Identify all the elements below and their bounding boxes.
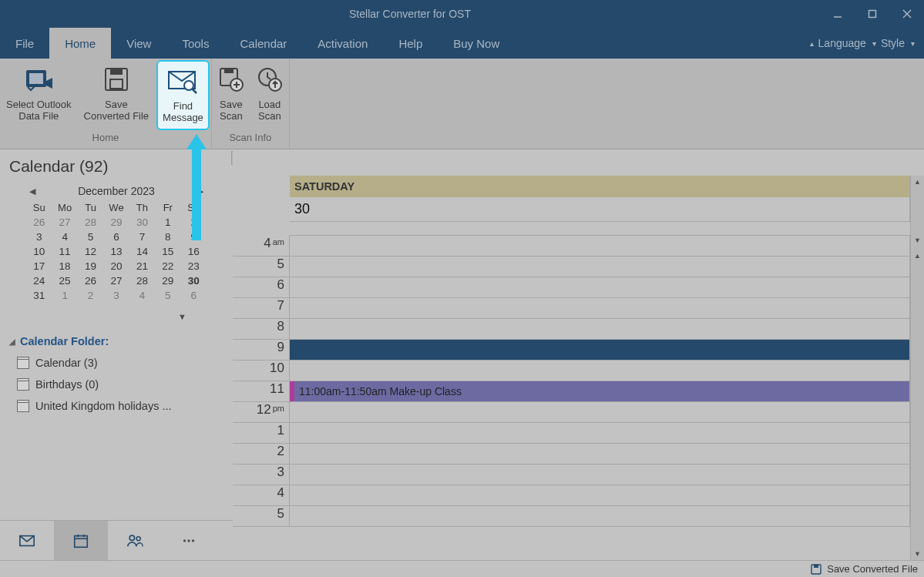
close-button[interactable] [889,0,924,28]
svg-rect-1 [869,11,875,18]
folder-uk-holidays[interactable]: United Kingdom holidays ... [9,395,223,417]
maximize-button[interactable] [855,0,889,28]
find-message-button[interactable]: Find Message [156,60,210,130]
mini-cal-day[interactable]: 25 [52,273,77,288]
menu-file[interactable]: File [0,28,49,59]
mini-cal-day[interactable]: 20 [103,259,129,273]
menu-view[interactable]: View [111,28,166,59]
mini-cal-day[interactable]: 31 [26,288,52,303]
time-slot[interactable] [290,402,910,422]
mini-cal-day[interactable]: 8 [155,230,180,244]
save-scan-button[interactable]: Save Scan [212,59,250,132]
mail-tab[interactable] [0,521,54,560]
menu-buy-now[interactable]: Buy Now [438,28,515,59]
scroll-handle-up-icon[interactable]: ▼ [911,234,924,247]
hour-label: 3 [233,465,290,485]
menu-help[interactable]: Help [383,28,438,59]
mini-cal-day[interactable]: 27 [52,215,77,230]
mini-cal-day[interactable]: 21 [129,259,155,273]
load-scan-button[interactable]: Load Scan [250,59,289,132]
folder-header[interactable]: ◢ Calendar Folder: [9,330,223,352]
more-tab[interactable] [162,521,216,560]
mini-cal-day[interactable]: 19 [78,259,103,273]
mini-cal-day[interactable]: 28 [78,215,103,230]
mini-cal-day[interactable]: 6 [103,230,129,244]
time-slot[interactable] [290,298,910,318]
calendar-tab[interactable] [54,521,108,560]
mini-cal-day[interactable]: 7 [129,230,155,244]
mini-cal-day[interactable]: 9 [181,230,207,244]
language-caret-icon: ▴ [810,39,814,48]
menu-calendar[interactable]: Calendar [224,28,302,59]
mini-cal-day[interactable]: 29 [103,215,129,230]
ribbon-group-home: Select Outlook Data File Save Converted … [0,59,212,149]
mini-cal-day[interactable]: 13 [103,244,129,259]
menu-tools[interactable]: Tools [166,28,224,59]
mini-cal-day[interactable]: 12 [78,244,103,259]
mini-cal-day[interactable]: 5 [155,288,180,303]
mini-cal-day[interactable]: 24 [26,273,52,288]
time-slot[interactable] [290,319,910,339]
status-save-button[interactable]: Save Converted File [827,563,918,575]
all-day-row[interactable] [290,222,910,236]
menu-activation[interactable]: Activation [302,28,383,59]
mini-cal-day[interactable]: 14 [129,244,155,259]
time-slot[interactable] [290,485,910,505]
style-selector[interactable]: Style [881,37,905,49]
time-slot[interactable] [290,340,910,360]
mini-cal-day[interactable]: 11 [52,244,77,259]
mini-cal-day[interactable]: 1 [52,288,77,303]
menu-home[interactable]: Home [49,28,111,59]
next-month-button[interactable]: ▶ [194,186,207,196]
style-caret2-icon: ▾ [911,39,915,48]
mini-cal-day[interactable]: 26 [26,215,52,230]
mini-cal-day[interactable]: 23 [181,259,207,273]
mini-cal-day[interactable]: 10 [26,244,52,259]
find-message-icon [166,67,200,95]
ribbon-group-scan-info: Save Scan Load Scan Scan Info [212,59,290,149]
mini-cal-day[interactable]: 1 [155,215,180,230]
mini-cal-day[interactable]: 30 [129,215,155,230]
mini-cal-day[interactable]: 27 [103,273,129,288]
time-slot[interactable]: 11:00am-11:50am Make-up Class [290,381,910,401]
mini-cal-day[interactable]: 29 [155,273,180,288]
prev-month-button[interactable]: ◀ [26,186,39,196]
sidebar-dropdown-button[interactable]: ▼ [178,312,186,321]
folder-calendar[interactable]: Calendar (3) [9,352,223,374]
time-slot[interactable] [290,506,910,526]
mini-cal-day[interactable]: 3 [26,230,52,244]
mini-cal-day[interactable]: 15 [155,244,180,259]
mini-cal-day[interactable]: 28 [129,273,155,288]
calendar-event[interactable]: 11:00am-11:50am Make-up Class [290,381,909,401]
mini-cal-day[interactable]: 30 [181,273,207,288]
time-slot[interactable] [290,361,910,381]
scroll-up-top-icon[interactable]: ▲ [911,176,924,188]
mini-cal-day[interactable]: 2 [78,288,103,303]
save-converted-file-button[interactable]: Save Converted File [78,59,156,132]
mini-cal-day[interactable]: 17 [26,259,52,273]
language-selector[interactable]: Language [818,37,866,49]
folder-birthdays[interactable]: Birthdays (0) [9,374,223,395]
mini-cal-day[interactable]: 6 [181,288,207,303]
time-slot[interactable] [290,236,910,256]
time-slot[interactable] [290,465,910,485]
time-slot[interactable] [290,444,910,464]
mini-cal-day[interactable]: 18 [52,259,77,273]
mini-cal-day[interactable]: 4 [52,230,77,244]
people-tab[interactable] [108,521,162,560]
time-slot[interactable] [290,257,910,277]
vertical-scrollbar[interactable]: ▲ ▼ ▲ ▼ [910,176,924,560]
mini-cal-day[interactable]: 3 [103,288,129,303]
scroll-up-icon[interactable]: ▲ [911,250,924,262]
minimize-button[interactable] [820,0,855,28]
mini-cal-day[interactable]: 26 [78,273,103,288]
time-slot[interactable] [290,277,910,297]
mini-cal-day[interactable]: 16 [181,244,207,259]
mini-cal-day[interactable]: 4 [129,288,155,303]
mini-cal-day[interactable]: 5 [78,230,103,244]
time-slot[interactable] [290,423,910,443]
mini-cal-day[interactable]: 2 [181,215,207,230]
scroll-down-icon[interactable]: ▼ [911,548,924,560]
mini-cal-day[interactable]: 22 [155,259,180,273]
select-outlook-data-file-button[interactable]: Select Outlook Data File [0,59,78,132]
